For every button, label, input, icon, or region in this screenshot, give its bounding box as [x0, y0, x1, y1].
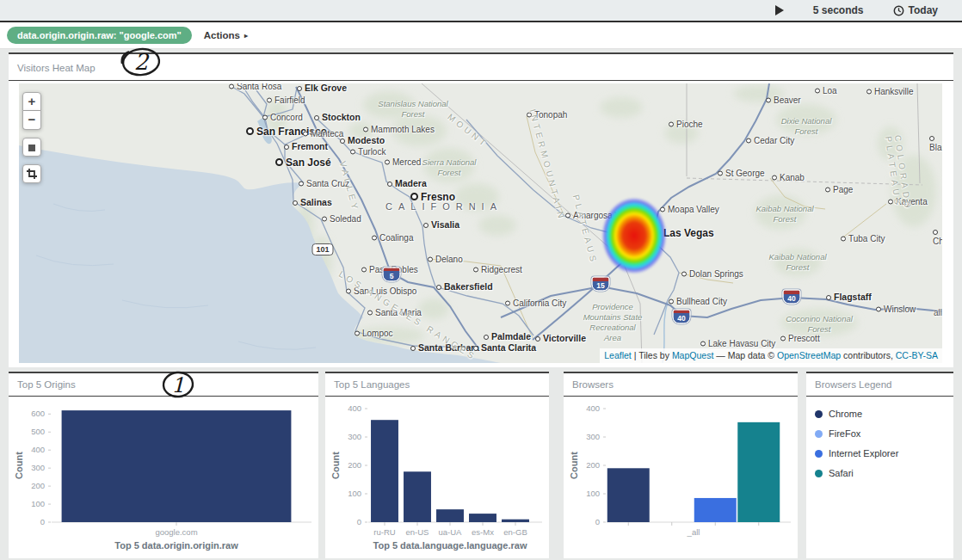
- map-label: Fremont: [284, 141, 328, 151]
- legend-item[interactable]: FireFox: [815, 428, 953, 439]
- interstate-shield: 40: [673, 310, 691, 324]
- map-label: Victorville: [535, 333, 586, 343]
- attribution-text: contributors,: [841, 350, 896, 360]
- map-label: alley: [934, 308, 942, 317]
- topbar: 5 seconds Today: [0, 0, 962, 22]
- legend-label: Internet Explorer: [829, 448, 898, 458]
- map-label: Palmdale: [484, 331, 531, 342]
- y-tick-label: 400: [586, 403, 600, 413]
- map-label: Cedar City: [746, 136, 794, 145]
- chart-bar[interactable]: [694, 498, 737, 522]
- zoom-out-button[interactable]: −: [22, 111, 41, 130]
- y-tick-label: 100: [348, 489, 361, 498]
- map-label: Stockton: [314, 112, 361, 122]
- attribution-link[interactable]: CC-BY-SA: [896, 350, 938, 360]
- map-label: Kaibab National Forest: [755, 204, 813, 225]
- y-tick-label: 0: [357, 517, 361, 526]
- browsers-legend-panel: Browsers Legend ChromeFireFoxInternet Ex…: [806, 372, 953, 558]
- chart-bar[interactable]: [62, 410, 292, 522]
- chart-bar[interactable]: [404, 471, 431, 522]
- chart-bar[interactable]: [737, 422, 780, 522]
- panel-title: Visitors Heat Map: [17, 63, 96, 73]
- legend-item[interactable]: Chrome: [815, 409, 953, 419]
- map-controls: + −: [22, 92, 41, 183]
- square-icon: [28, 145, 35, 151]
- map-label: CALIFORNIA: [385, 201, 503, 212]
- panel-header: Browsers Legend: [806, 373, 953, 397]
- attribution-text: — Map data ©: [713, 350, 777, 360]
- time-label: Today: [909, 4, 938, 16]
- interval-label: 5 seconds: [813, 4, 864, 16]
- y-axis-title: Count: [14, 452, 24, 479]
- fit-bounds-button[interactable]: [22, 138, 41, 157]
- map-label: Elk Grove: [297, 83, 347, 93]
- top-5-origins-panel: Top 5 Origins 0100200300400500600google.…: [9, 372, 318, 558]
- chart-bar[interactable]: [436, 509, 464, 522]
- map-label: Merced: [385, 157, 421, 167]
- y-tick-label: 0: [595, 517, 600, 526]
- y-tick-label: 400: [348, 403, 361, 413]
- x-tick-label: google.com: [155, 527, 197, 537]
- map-label: Delano: [428, 255, 463, 264]
- map-label: Moapa Valley: [660, 205, 719, 214]
- panel-header: Visitors Heat Map: [9, 54, 953, 81]
- y-tick-label: 600: [31, 409, 45, 418]
- y-tick-label: 0: [40, 517, 45, 526]
- y-tick-label: 200: [348, 460, 361, 470]
- x-tick-label: ru-RU: [373, 527, 395, 537]
- map-label: Dolan Springs: [681, 269, 743, 279]
- filter-actions-menu[interactable]: Actions ▸: [204, 30, 248, 40]
- y-tick-label: 100: [586, 489, 600, 498]
- legend-item[interactable]: Internet Explorer: [815, 448, 953, 458]
- us-route-shield: 101: [311, 243, 333, 255]
- legend-item[interactable]: Safari: [815, 468, 953, 478]
- map-label: Bullhead City: [669, 297, 727, 306]
- map-label: Providence Mountains State Recreational …: [583, 302, 643, 343]
- map-label: Lompoc: [355, 329, 393, 338]
- chart-bar[interactable]: [502, 520, 529, 522]
- map-label: Soledad: [322, 214, 361, 224]
- map-label: Manteca: [303, 129, 343, 138]
- map-label: Visalia: [423, 219, 459, 230]
- chart-bar[interactable]: [371, 420, 398, 522]
- y-tick-label: 500: [31, 427, 45, 436]
- x-axis-title: Top 5 data.language.language.raw: [373, 540, 527, 551]
- y-tick-label: 300: [31, 463, 45, 472]
- legend-swatch: [815, 430, 823, 438]
- legend-label: Safari: [829, 468, 854, 478]
- map-label: California City: [505, 298, 566, 308]
- play-button[interactable]: [774, 5, 784, 15]
- legend-label: FireFox: [829, 428, 860, 439]
- play-icon: [774, 5, 784, 15]
- map-label: Sierra National Forest: [422, 157, 477, 178]
- visitors-heat-map-panel: Visitors Heat Map: [9, 52, 953, 367]
- map-label: St George: [718, 169, 765, 178]
- map-label: Concord: [262, 113, 303, 122]
- map-label: Kaibab National Forest: [768, 252, 826, 273]
- map-label: Modesto: [340, 135, 385, 145]
- attribution-link[interactable]: MapQuest: [672, 350, 713, 360]
- zoom-in-button[interactable]: +: [22, 92, 41, 111]
- timepicker[interactable]: Today: [893, 4, 938, 16]
- leaflet-map[interactable]: Santa RosaElk GroveFairfieldStanislaus N…: [19, 83, 942, 363]
- legend-label: Chrome: [829, 409, 862, 419]
- map-label: Bakersfield: [436, 281, 493, 292]
- attribution-link[interactable]: OpenStreetMap: [777, 350, 841, 360]
- origins-bar-chart: 0100200300400500600google.comTop 5 data.…: [12, 400, 315, 555]
- y-tick-label: 200: [31, 481, 45, 490]
- chart-bar[interactable]: [469, 514, 496, 522]
- refresh-interval[interactable]: 5 seconds: [813, 4, 864, 16]
- map-label: Ridgecrest: [473, 265, 522, 274]
- draw-rectangle-button[interactable]: [22, 164, 41, 183]
- map-label: Tuba City: [841, 234, 885, 243]
- panel-header: Top 5 Languages: [325, 373, 549, 397]
- attribution-link[interactable]: Leaflet: [604, 350, 632, 360]
- panel-header: Top 5 Origins: [9, 373, 318, 397]
- chart-bar[interactable]: [607, 468, 650, 522]
- map-label: Dixie National Forest: [781, 116, 832, 137]
- map-label: Beaver: [766, 95, 801, 105]
- dashboard: { "topbar": {"interval": "5 seconds", "t…: [0, 0, 962, 560]
- filter-pill[interactable]: data.origin.origin.raw: "google.com": [7, 27, 192, 44]
- map-label: Bland: [929, 133, 942, 152]
- legend-swatch: [815, 470, 823, 477]
